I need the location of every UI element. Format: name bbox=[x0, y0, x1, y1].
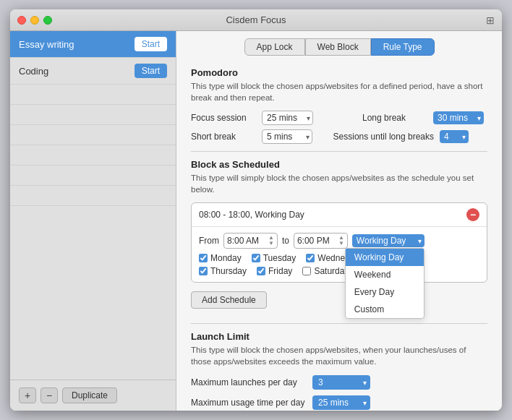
from-time-wrapper: ▲ ▼ bbox=[223, 233, 278, 249]
block-scheduled-desc: This type will simply block the chosen a… bbox=[191, 172, 487, 195]
schedule-block: 08:00 - 18:00, Working Day − From ▲ ▼ bbox=[191, 202, 487, 283]
monday-label: Monday bbox=[210, 253, 242, 263]
from-time-down-arrow[interactable]: ▼ bbox=[268, 241, 274, 247]
add-item-button[interactable]: + bbox=[19, 387, 36, 403]
coding-start-button[interactable]: Start bbox=[135, 64, 167, 78]
to-time-down-arrow[interactable]: ▼ bbox=[338, 241, 344, 247]
friday-checkbox[interactable] bbox=[257, 267, 265, 275]
sidebar-bottom: + − Duplicate bbox=[10, 380, 176, 411]
day-type-dropdown: Working Day Weekend Every Day Custom bbox=[345, 248, 424, 319]
days-row: Monday Tuesday Wednesda… bbox=[199, 253, 479, 263]
dropdown-option-custom[interactable]: Custom bbox=[346, 301, 424, 318]
block-scheduled-title: Block as Scheduled bbox=[191, 159, 487, 170]
max-launches-row: Maximum launches per day 3 bbox=[191, 375, 487, 390]
max-usage-select-wrapper: 25 mins bbox=[312, 395, 370, 410]
sidebar-item-coding[interactable]: Coding Start bbox=[10, 58, 176, 85]
short-break-select[interactable]: 5 mins bbox=[262, 129, 312, 144]
friday-label: Friday bbox=[268, 266, 292, 276]
sidebar-spacer bbox=[10, 206, 176, 380]
day-thursday[interactable]: Thursday bbox=[199, 266, 247, 276]
dropdown-option-weekend[interactable]: Weekend bbox=[346, 266, 424, 283]
max-launches-label: Maximum launches per day bbox=[191, 377, 307, 387]
focus-session-select[interactable]: 25 mins bbox=[262, 111, 313, 125]
sessions-label: Sessions until long breaks bbox=[333, 132, 434, 142]
from-time-arrows: ▲ ▼ bbox=[268, 235, 274, 247]
from-label: From bbox=[199, 236, 219, 246]
remove-schedule-button[interactable]: − bbox=[466, 208, 479, 221]
max-launches-select[interactable]: 3 bbox=[312, 375, 370, 390]
minimize-button[interactable] bbox=[30, 16, 39, 25]
sidebar-empty-2 bbox=[10, 105, 176, 125]
monday-checkbox[interactable] bbox=[199, 254, 208, 262]
titlebar: Cisdem Focus ⊞ bbox=[10, 9, 502, 31]
sidebar-empty-1 bbox=[10, 85, 176, 105]
schedule-body: From ▲ ▼ to bbox=[192, 227, 487, 282]
add-schedule-button[interactable]: Add Schedule bbox=[191, 291, 267, 309]
sidebar-empty-3 bbox=[10, 125, 176, 145]
sidebar: Essay writing Start Coding Start + − Dup… bbox=[10, 31, 176, 411]
pomodoro-title: Pomodoro bbox=[191, 67, 487, 78]
essay-start-button[interactable]: Start bbox=[135, 37, 167, 51]
sidebar-item-essay[interactable]: Essay writing Start bbox=[10, 31, 176, 58]
remove-item-button[interactable]: − bbox=[40, 387, 58, 403]
dropdown-option-every-day[interactable]: Every Day bbox=[346, 283, 424, 301]
saturday-label: Saturday bbox=[314, 266, 349, 276]
window-controls bbox=[17, 16, 52, 25]
sessions-select-wrapper: 4 bbox=[440, 130, 469, 143]
to-time-input[interactable] bbox=[297, 236, 337, 246]
schedule-header: 08:00 - 18:00, Working Day − bbox=[192, 203, 487, 227]
to-label: to bbox=[282, 236, 289, 246]
duplicate-button[interactable]: Duplicate bbox=[62, 387, 117, 403]
sidebar-item-essay-label: Essay writing bbox=[19, 39, 74, 50]
days-row-2: Thursday Friday Saturday bbox=[199, 266, 479, 276]
day-tuesday[interactable]: Tuesday bbox=[252, 253, 296, 263]
window-title: Cisdem Focus bbox=[226, 14, 286, 25]
sidebar-empty-5 bbox=[10, 166, 176, 186]
from-time-input[interactable] bbox=[227, 236, 267, 246]
tab-rule-type[interactable]: Rule Type bbox=[371, 38, 435, 56]
launch-limit-title: Launch Limit bbox=[191, 331, 487, 342]
day-type-select[interactable]: Working Day Weekend Every Day Custom bbox=[352, 234, 424, 247]
main-window: Cisdem Focus ⊞ Essay writing Start Codin… bbox=[10, 9, 502, 411]
wednesday-checkbox[interactable] bbox=[306, 254, 315, 262]
saturday-checkbox[interactable] bbox=[302, 267, 311, 275]
focus-session-label: Focus session bbox=[191, 113, 256, 123]
maximize-button[interactable] bbox=[43, 16, 52, 25]
sidebar-empty-4 bbox=[10, 145, 176, 166]
tab-web-block[interactable]: Web Block bbox=[305, 38, 371, 56]
tuesday-label: Tuesday bbox=[263, 253, 296, 263]
long-break-label: Long break bbox=[362, 113, 427, 123]
pomodoro-desc: This type will block the chosen apps/web… bbox=[191, 80, 487, 103]
schedule-header-label: 08:00 - 18:00, Working Day bbox=[199, 210, 466, 220]
day-monday[interactable]: Monday bbox=[199, 253, 242, 263]
thursday-checkbox[interactable] bbox=[199, 267, 208, 275]
divider-1 bbox=[191, 151, 487, 152]
max-launches-select-wrapper: 3 bbox=[312, 375, 370, 390]
divider-2 bbox=[191, 323, 487, 324]
focus-session-select-wrapper: 25 mins bbox=[262, 111, 313, 125]
main-content: Essay writing Start Coding Start + − Dup… bbox=[10, 31, 502, 411]
short-break-row: Short break 5 mins Sessions until long b… bbox=[191, 129, 487, 144]
sidebar-item-coding-label: Coding bbox=[19, 66, 48, 77]
tab-app-lock[interactable]: App Lock bbox=[244, 38, 305, 56]
focus-session-row: Focus session 25 mins Long break 30 mins bbox=[191, 111, 487, 125]
short-break-select-wrapper: 5 mins bbox=[262, 129, 312, 144]
close-button[interactable] bbox=[17, 16, 26, 25]
day-saturday[interactable]: Saturday bbox=[302, 266, 349, 276]
tabs-bar: App Lock Web Block Rule Type bbox=[176, 31, 502, 61]
day-type-dropdown-container: Working Day Weekend Every Day Custom Wor… bbox=[352, 234, 424, 247]
tuesday-checkbox[interactable] bbox=[252, 254, 260, 262]
max-usage-label: Maximum usage time per day bbox=[191, 398, 307, 408]
time-row: From ▲ ▼ to bbox=[199, 233, 479, 249]
long-break-select[interactable]: 30 mins bbox=[433, 111, 484, 124]
grid-icon: ⊞ bbox=[486, 14, 495, 26]
dropdown-option-working-day[interactable]: Working Day bbox=[346, 249, 424, 266]
short-break-label: Short break bbox=[191, 132, 256, 142]
launch-limit-desc: This type will block the chosen apps/web… bbox=[191, 344, 487, 367]
sessions-select[interactable]: 4 bbox=[440, 130, 469, 143]
max-usage-row: Maximum usage time per day 25 mins bbox=[191, 395, 487, 410]
day-friday[interactable]: Friday bbox=[257, 266, 292, 276]
sidebar-empty-6 bbox=[10, 186, 176, 206]
to-time-wrapper: ▲ ▼ bbox=[294, 233, 348, 249]
max-usage-select[interactable]: 25 mins bbox=[312, 395, 370, 410]
